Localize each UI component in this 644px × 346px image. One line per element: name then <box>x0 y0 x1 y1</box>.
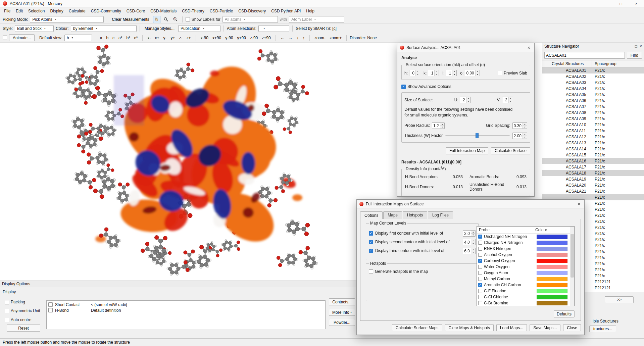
short-contact-row[interactable]: Short Contact < (sum of vdW radii) <box>48 302 324 307</box>
offset-spin[interactable]: 0.00▲▼ <box>465 70 480 76</box>
probe-checkbox[interactable]: ✓ <box>478 235 482 239</box>
structure-row-acsala19[interactable]: ACSALA19P21/c <box>542 176 644 182</box>
l-spin[interactable]: 1▲▼ <box>446 70 457 76</box>
expand-navigator-button[interactable]: >> <box>605 296 634 303</box>
probe-checkbox[interactable] <box>478 277 482 281</box>
label-scope-select[interactable]: All atoms▾ <box>222 16 278 23</box>
h-bond-row[interactable]: H-Bond Default definition <box>48 307 324 313</box>
structure-row-acsala11[interactable]: ACSALA11P21/c <box>542 128 644 134</box>
translate-up-button[interactable]: ↑ <box>301 34 306 42</box>
axis-a-star-button[interactable]: a* <box>117 34 124 42</box>
window-titlebar[interactable]: ACSALA01 (P21/c) - Mercury – □ × <box>0 0 644 7</box>
fim-dialog-titlebar[interactable]: Full Interaction Maps on Surface × <box>357 200 584 208</box>
spin-up-icon[interactable]: ▲ <box>440 123 444 126</box>
spin-down-icon[interactable]: ▼ <box>523 136 527 139</box>
colour-select[interactable]: by Element▾ <box>71 25 137 32</box>
minimize-icon[interactable]: – <box>598 0 613 7</box>
spin-up-icon[interactable]: ▲ <box>471 231 475 234</box>
structure-row-acsala07[interactable]: ACSALA07P21/c <box>542 104 644 110</box>
menu-csd-minus-materials[interactable]: CSD-Materials <box>148 8 179 14</box>
close-icon[interactable]: × <box>526 45 532 50</box>
spin-down-icon[interactable]: ▼ <box>476 73 480 76</box>
probe-checkbox[interactable] <box>478 241 482 245</box>
more-info-button[interactable]: More Info ▾ <box>329 309 355 316</box>
structure-row-acsala10[interactable]: ACSALA10P21/c <box>542 122 644 128</box>
structure-row-acsala12[interactable]: ACSALA12P21/c <box>542 134 644 140</box>
thickness-slider[interactable] <box>445 133 510 139</box>
structures-button-partial[interactable]: tructures... <box>589 326 616 332</box>
magnify-icon[interactable] <box>162 16 170 23</box>
save-maps-button[interactable]: Save Maps... <box>530 324 560 331</box>
manage-styles-button[interactable]: Manage Styles... <box>143 25 176 32</box>
structure-row-acsala15[interactable]: ACSALA15P21/c <box>542 152 644 158</box>
full-interaction-map-button[interactable]: Full Interaction Map <box>446 147 488 154</box>
probe-row-c-minus-f-fluorine[interactable]: C-F Fluorine <box>477 288 574 294</box>
menu-file[interactable]: File <box>1 8 13 14</box>
spin-down-icon[interactable]: ▼ <box>440 126 444 129</box>
structure-row-acsala02[interactable]: ACSALA02P21/c <box>542 73 644 80</box>
style-select[interactable]: Ball and Stick▾ <box>15 25 54 32</box>
spin-up-icon[interactable]: ▲ <box>416 70 420 73</box>
rotate-y-minus-90-button[interactable]: y-90 <box>224 34 235 42</box>
contour-2-checkbox[interactable]: ✓ <box>369 240 373 244</box>
v-spin[interactable]: 2▲▼ <box>502 97 513 103</box>
style-preset-select[interactable]: Publication▾ <box>178 25 220 32</box>
menu-display[interactable]: Display <box>47 8 66 14</box>
maximize-icon[interactable]: □ <box>613 0 629 7</box>
asymmetric-unit-checkbox[interactable] <box>5 309 9 313</box>
probe-checkbox[interactable] <box>478 265 482 269</box>
structure-row-acsala09[interactable]: ACSALA09P21/c <box>542 116 644 122</box>
translate-left-button[interactable]: ← <box>279 34 286 42</box>
spin-up-icon[interactable]: ▲ <box>435 70 439 73</box>
probe-checkbox[interactable] <box>478 295 482 299</box>
structure-row-acsala05[interactable]: ACSALA05P21/c <box>542 92 644 98</box>
axis-b-button[interactable]: b <box>104 34 110 42</box>
probe-checkbox[interactable] <box>478 271 482 275</box>
short-contact-checkbox[interactable] <box>48 302 53 307</box>
generate-hotspots-checkbox[interactable] <box>369 269 373 274</box>
spin-down-icon[interactable]: ▼ <box>471 234 475 236</box>
menu-csd-python-api[interactable]: CSD Python API <box>268 8 303 14</box>
probe-row-rnh3-nitrogen[interactable]: RNH3 Nitrogen <box>477 246 574 252</box>
close-icon[interactable]: × <box>629 0 644 7</box>
calculate-surface-button[interactable]: Calculate Surface <box>491 147 530 154</box>
tab-log-files[interactable]: Log Files <box>428 211 453 219</box>
find-button[interactable]: Find <box>627 52 642 59</box>
thickness-spin[interactable]: 2.00▲▼ <box>512 133 527 139</box>
rotate-x-minus-90-button[interactable]: x-90 <box>199 34 210 42</box>
spacegroup-column-header[interactable]: Spacegroup <box>592 61 616 66</box>
rotate-x-minus-button[interactable]: x- <box>146 34 152 42</box>
spin-down-icon[interactable]: ▼ <box>435 73 439 76</box>
structure-row-acsala13[interactable]: ACSALA13P21/c <box>542 140 644 146</box>
label-type-select[interactable]: Atom Label▾ <box>289 16 344 23</box>
k-spin[interactable]: 1▲▼ <box>428 70 439 76</box>
spin-up-icon[interactable]: ▲ <box>476 70 480 73</box>
menu-csd-minus-particle[interactable]: CSD-Particle <box>207 8 236 14</box>
menu-selection[interactable]: Selection <box>26 8 47 14</box>
zoom-plus-button[interactable]: zoom+ <box>328 34 343 42</box>
rotate-z-plus-90-button[interactable]: z+90 <box>260 34 272 42</box>
menu-csd-minus-discovery[interactable]: CSD-Discovery <box>236 8 268 14</box>
probe-row-charged-nh-nitrogen[interactable]: Charged NH Nitrogen <box>477 240 574 246</box>
spin-up-icon[interactable]: ▲ <box>471 239 475 242</box>
axis-c-star-button[interactable]: c* <box>133 34 140 42</box>
h-spin[interactable]: 0▲▼ <box>409 70 420 76</box>
probe-checkbox[interactable] <box>478 247 482 251</box>
close-button[interactable]: Close <box>563 324 581 331</box>
menu-csd-minus-core[interactable]: CSD-Core <box>124 8 148 14</box>
auto-centre-checkbox[interactable] <box>5 318 9 322</box>
load-maps-button[interactable]: Load Maps... <box>496 324 527 331</box>
structure-search-input[interactable] <box>544 52 625 59</box>
tab-maps[interactable]: Maps <box>383 211 402 219</box>
menu-csd-minus-community[interactable]: CSD-Community <box>88 8 124 14</box>
translate-down-button[interactable]: ↓ <box>295 34 300 42</box>
animate-checkbox[interactable] <box>3 36 7 40</box>
spin-up-icon[interactable]: ▲ <box>466 97 470 100</box>
probe-row-aromatic-ch-carbon[interactable]: ✓Aromatic CH Carbon <box>477 282 574 288</box>
rotate-z-minus-90-button[interactable]: z-90 <box>248 34 259 42</box>
grid-spacing-spin[interactable]: 0.30▲▼ <box>512 122 527 129</box>
probe-row-oxygen-atom[interactable]: Oxygen Atom <box>477 270 574 276</box>
structure-row-acsala21[interactable]: ACSALA21P21/c <box>542 188 644 194</box>
spin-down-icon[interactable]: ▼ <box>452 73 456 76</box>
rotate-y-plus-90-button[interactable]: y+90 <box>236 34 248 42</box>
